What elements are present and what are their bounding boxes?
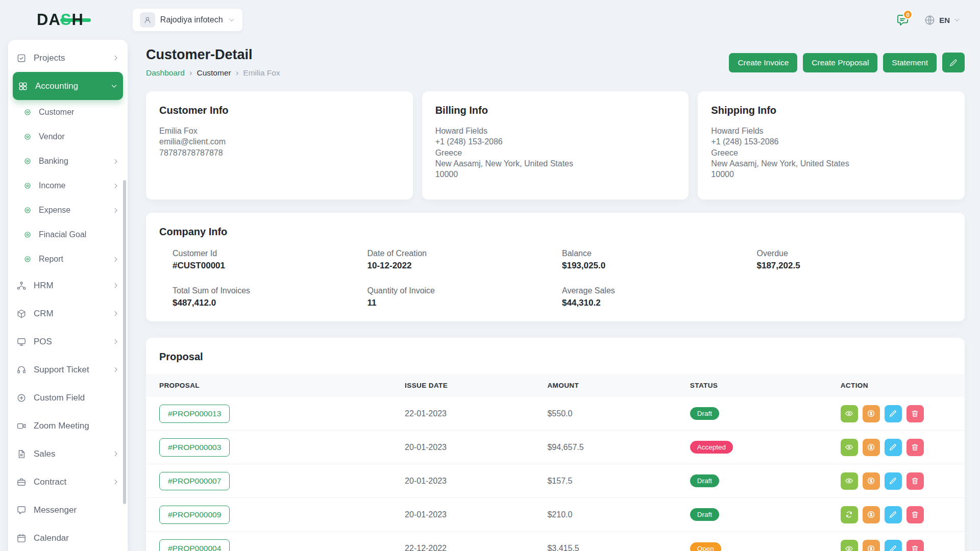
calendar-icon [16,533,34,543]
edit-action-button[interactable] [885,472,902,490]
breadcrumb-current: Emilia Fox [243,68,280,78]
proposal-id-link[interactable]: #PROP000009 [159,506,230,524]
sidebar-item-projects[interactable]: Projects [8,44,128,72]
customer-email: emilia@client.com [159,136,400,147]
sidebar-item-hrm[interactable]: HRM [8,271,128,299]
language-code: EN [939,16,950,24]
breadcrumb-dashboard-link[interactable]: Dashboard [146,68,185,78]
sidebar-item-pos[interactable]: POS [8,328,128,356]
topbar: DASH Rajodiya infotech 0 EN [0,0,980,40]
delete-action-button[interactable] [906,540,924,551]
sidebar-item-label: POS [34,337,112,347]
sidebar-item-label: Zoom Meeting [34,421,119,431]
proposal-id-link[interactable]: #PROP000013 [159,405,230,423]
sidebar-scrollbar[interactable] [123,180,126,504]
edit-action-button[interactable] [885,540,902,551]
sidebar-item-label: Report [39,255,112,264]
table-row: #PROP000004 22-12-2022 $3,415.5 Open [146,532,965,551]
company-avatar [140,12,155,28]
headset-icon [16,365,34,375]
chevron-right-icon [112,338,119,345]
dollar-icon [867,510,875,519]
proposal-id-link[interactable]: #PROP000003 [159,438,230,457]
edit-customer-button[interactable] [942,53,965,72]
issue-date-cell: 20-01-2023 [405,477,547,486]
hrm-icon [16,281,34,291]
field-quantity-invoice: Quantity of Invoice 11 [368,286,562,308]
chevron-right-icon [112,182,119,190]
table-row: #PROP000003 20-01-2023 $94,657.5 Accepte… [146,431,965,464]
payment-action-button[interactable] [863,540,880,551]
statement-button[interactable]: Statement [883,53,937,72]
proposal-id-link[interactable]: #PROP000007 [159,472,230,490]
sidebar-item-customer[interactable]: Customer [8,100,128,124]
breadcrumb-customer-link[interactable]: Customer [197,68,231,78]
delete-action-button[interactable] [906,506,924,523]
view-action-button[interactable] [841,540,858,551]
sidebar-item-support-ticket[interactable]: Support Ticket [8,356,128,384]
sidebar-item-vendor[interactable]: Vendor [8,124,128,149]
briefcase-icon [16,477,34,487]
payment-action-button[interactable] [863,506,880,523]
trash-icon [911,544,919,551]
sidebar-item-finacial-goal[interactable]: Finacial Goal [8,222,128,247]
view-action-button[interactable] [841,472,858,490]
edit-action-button[interactable] [885,439,902,456]
sidebar-item-zoom-meeting[interactable]: Zoom Meeting [8,412,128,440]
table-row: #PROP000013 22-01-2023 $550.0 Draft [146,397,965,431]
trash-icon [911,510,919,519]
trash-icon [911,477,919,485]
breadcrumb-separator: › [189,68,192,78]
delete-action-button[interactable] [906,405,924,422]
edit-action-button[interactable] [885,405,902,422]
sidebar-item-accounting[interactable]: Accounting [13,72,123,100]
chevron-right-icon [112,54,119,62]
field-customer-id: Customer Id #CUST00001 [173,249,368,271]
payment-action-button[interactable] [863,405,880,422]
sidebar-item-sales[interactable]: Sales [8,440,128,468]
sidebar-item-label: Messenger [34,505,119,515]
payment-action-button[interactable] [863,439,880,456]
view-action-button[interactable] [841,439,858,456]
chevron-right-icon [112,310,119,317]
convert-action-button[interactable] [841,506,858,523]
file-icon [16,449,34,459]
sidebar-item-crm[interactable]: CRM [8,299,128,328]
sidebar-item-label: Sales [34,449,112,459]
edit-action-button[interactable] [885,506,902,523]
delete-action-button[interactable] [906,439,924,456]
shipping-zip: 10000 [711,169,951,180]
sidebar-item-label: CRM [34,309,112,319]
shipping-phone: +1 (248) 153-2086 [711,136,951,147]
messages-button[interactable]: 0 [891,9,914,31]
sidebar-item-label: Calendar [34,533,119,543]
column-header: ACTION [841,382,951,389]
projects-icon [16,53,34,63]
sidebar-item-calendar[interactable]: Calendar [8,524,128,551]
sidebar-item-label: Banking [39,157,112,166]
sidebar-item-messenger[interactable]: Messenger [8,496,128,524]
sidebar-item-report[interactable]: Report [8,247,128,271]
sidebar-item-contract[interactable]: Contract [8,468,128,496]
language-selector[interactable]: EN [924,14,961,26]
sidebar-item-custom-field[interactable]: Custom Field [8,384,128,412]
sidebar-item-expense[interactable]: Expense [8,198,128,222]
billing-phone: +1 (248) 153-2086 [435,136,676,147]
sidebar-item-income[interactable]: Income [8,173,128,198]
view-action-button[interactable] [841,405,858,422]
video-icon [16,421,34,431]
amount-cell: $3,415.5 [547,544,690,551]
status-badge: Draft [690,474,719,487]
create-invoice-button[interactable]: Create Invoice [729,53,797,72]
payment-action-button[interactable] [863,472,880,490]
sidebar-item-banking[interactable]: Banking [8,149,128,173]
company-selector[interactable]: Rajodiya infotech [133,9,242,31]
status-badge: Draft [690,508,719,521]
proposal-id-link[interactable]: #PROP000004 [159,539,230,551]
eye-icon [845,477,853,485]
shipping-country: Greece [711,147,951,158]
chevron-down-icon [110,82,118,90]
delete-action-button[interactable] [906,472,924,490]
create-proposal-button[interactable]: Create Proposal [803,53,877,72]
billing-country: Greece [435,147,676,158]
